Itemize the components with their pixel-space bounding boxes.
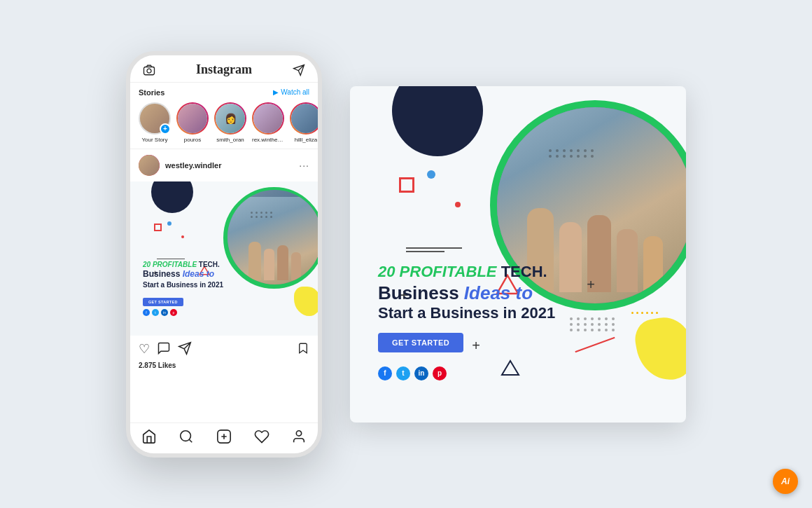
story-avatar-smith: 👩 xyxy=(214,102,246,135)
bookmark-icon[interactable] xyxy=(297,341,309,359)
mini-twitter-icon[interactable]: t xyxy=(152,309,159,316)
mini-title-line3: Start a Business in 2021 xyxy=(143,280,223,289)
direct-message-icon[interactable] xyxy=(291,62,307,78)
nav-search-icon[interactable] xyxy=(178,429,194,448)
mini-dark-circle-deco xyxy=(151,181,193,213)
instagram-header: Instagram xyxy=(130,55,318,83)
card-title-line3: Start a Business in 2021 xyxy=(378,304,555,322)
nav-home-icon[interactable] xyxy=(141,429,157,448)
mini-photo-circle xyxy=(227,190,318,284)
story-item-hilll[interactable]: hilll_eliza xyxy=(290,102,318,143)
blue-dot-decoration xyxy=(427,170,435,179)
post-likes: 2.875 Likes xyxy=(130,362,318,369)
nav-heart-icon[interactable] xyxy=(254,429,270,448)
yellow-blob-decoration xyxy=(632,313,686,385)
post-actions: ♡ xyxy=(130,336,318,362)
mini-pinterest-icon[interactable]: p xyxy=(170,309,177,316)
comment-icon[interactable] xyxy=(157,341,171,359)
dots-pattern-top xyxy=(549,149,595,158)
horizontal-line-1 xyxy=(406,247,462,249)
story-item-rex[interactable]: rex.wintheiser xyxy=(252,102,284,143)
story-name-pouros: pouros xyxy=(184,137,201,143)
red-diagonal-line xyxy=(575,336,615,352)
card-title-green: 20 PROFITABLE xyxy=(378,263,497,280)
post-user: westley.windler xyxy=(139,155,222,176)
card-plus-icon: + xyxy=(472,338,480,354)
story-avatar-rex xyxy=(252,102,284,135)
mini-line-deco xyxy=(157,259,185,260)
phone-inner: Instagram Stories ▶ Watch all xyxy=(130,55,318,453)
mini-social-icons: f t in p xyxy=(143,309,223,316)
linkedin-icon[interactable]: in xyxy=(414,366,428,380)
red-dot-decoration xyxy=(455,202,461,207)
pinterest-icon[interactable]: p xyxy=(433,366,447,380)
get-started-button[interactable]: GET STARTED xyxy=(378,333,463,352)
social-icons-row: f t in p xyxy=(378,366,555,380)
story-item-pouros[interactable]: pouros xyxy=(176,102,209,143)
horizontal-line-2 xyxy=(406,251,444,252)
mini-red-dot-deco xyxy=(181,235,184,238)
heart-icon[interactable]: ♡ xyxy=(139,341,150,359)
phone-mockup: Instagram Stories ▶ Watch all xyxy=(126,51,322,458)
mini-title-dark1: TECH. xyxy=(199,261,220,268)
card-title-line2: Business Ideas to xyxy=(378,282,555,304)
svg-point-3 xyxy=(181,430,191,441)
post-header: westley.windler ··· xyxy=(130,149,318,181)
svg-line-4 xyxy=(190,439,192,442)
mini-photo-inner xyxy=(227,190,318,284)
card-title-business: Business xyxy=(378,282,459,303)
social-card: + + xyxy=(350,86,686,423)
stories-label: Stories xyxy=(139,88,164,97)
story-name-hilll: hilll_eliza xyxy=(295,137,317,143)
story-name-smith: smith_oran xyxy=(216,137,244,143)
stories-bar: Stories ▶ Watch all + Your Story xyxy=(130,83,318,149)
mini-social-card: + 20 PROFITABLE xyxy=(130,181,318,336)
post-avatar xyxy=(139,155,160,176)
post-username[interactable]: westley.windler xyxy=(165,161,222,170)
story-name-rex: rex.wintheiser xyxy=(252,137,284,143)
small-plus-decoration: + xyxy=(587,277,595,293)
facebook-icon[interactable]: f xyxy=(378,366,392,380)
camera-icon[interactable] xyxy=(141,62,157,78)
svg-rect-0 xyxy=(144,67,155,74)
card-title-tech: TECH. xyxy=(501,263,547,280)
mini-title-line2: Business Ideas to xyxy=(143,269,223,280)
card-title-line1: 20 PROFITABLE TECH. xyxy=(378,263,555,281)
your-story-avatar: + xyxy=(139,102,171,135)
post-more-button[interactable]: ··· xyxy=(299,160,309,171)
mini-dots-top xyxy=(251,212,273,218)
illustrator-badge: Ai xyxy=(773,469,798,494)
dots-pattern-bottom xyxy=(570,317,616,331)
story-name-your: Your Story xyxy=(141,137,167,143)
svg-point-8 xyxy=(297,430,302,435)
stories-header: Stories ▶ Watch all xyxy=(139,88,309,97)
mini-linkedin-icon[interactable]: in xyxy=(161,309,168,316)
svg-point-1 xyxy=(147,69,151,73)
mini-title-line1: 20 PROFITABLE TECH. xyxy=(143,260,223,269)
mini-get-started-button[interactable]: GET STARTED xyxy=(143,298,183,306)
story-item-smith[interactable]: 👩 smith_oran xyxy=(214,102,246,143)
story-item-your[interactable]: + Your Story xyxy=(139,102,171,143)
stories-list: + Your Story pouros 👩 xyxy=(139,102,309,143)
nav-add-icon[interactable] xyxy=(216,429,232,448)
mini-blue-dot-deco xyxy=(167,221,172,226)
mini-card-content: 20 PROFITABLE TECH. Business Ideas to St… xyxy=(143,260,223,316)
mini-title-green: 20 PROFITABLE xyxy=(143,261,197,268)
share-icon[interactable] xyxy=(178,341,192,359)
watch-all-link[interactable]: ▶ Watch all xyxy=(273,88,309,96)
story-avatar-hilll xyxy=(290,102,318,135)
twitter-icon[interactable]: t xyxy=(396,366,410,380)
dark-circle-decoration xyxy=(392,86,483,156)
instagram-logo: Instagram xyxy=(196,62,252,77)
story-avatar-pouros xyxy=(176,102,209,135)
mini-red-square-deco xyxy=(154,224,162,231)
nav-profile-icon[interactable] xyxy=(291,429,307,448)
post-image: + 20 PROFITABLE xyxy=(130,181,318,336)
red-square-decoration xyxy=(399,177,414,193)
phone-bottom-nav xyxy=(130,423,318,453)
mini-facebook-icon[interactable]: f xyxy=(143,309,150,316)
yellow-dots-row xyxy=(631,312,658,314)
card-text-content: 20 PROFITABLE TECH. Business Ideas to St… xyxy=(378,263,555,380)
post-actions-left: ♡ xyxy=(139,341,192,359)
add-story-button[interactable]: + xyxy=(160,123,171,135)
